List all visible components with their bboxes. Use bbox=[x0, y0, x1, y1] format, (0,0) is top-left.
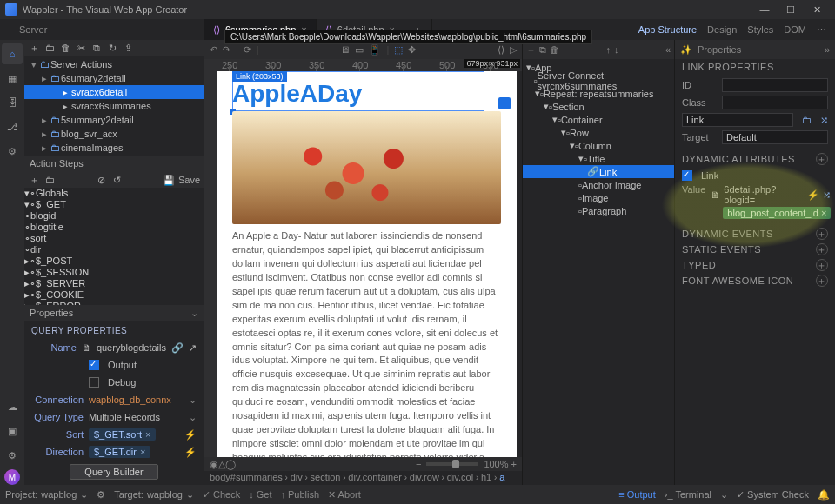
settings-icon[interactable]: ⚙ bbox=[97, 489, 105, 501]
tree-folder-root[interactable]: ▾ 🗀 Server Actions bbox=[24, 57, 204, 71]
branch-icon[interactable]: ⎇ bbox=[2, 116, 23, 137]
shuffle-icon[interactable]: ⤮ bbox=[823, 189, 831, 201]
open-icon[interactable]: ↗ bbox=[189, 342, 197, 354]
layers-icon[interactable]: ▦ bbox=[2, 68, 23, 89]
collapse-icon[interactable]: « bbox=[665, 44, 671, 55]
breadcrumb[interactable]: body#summaries › div › section › div.con… bbox=[204, 471, 522, 485]
section-typed[interactable]: TYPED＋ bbox=[675, 257, 835, 273]
bolt-icon[interactable]: ⚡ bbox=[807, 189, 819, 201]
name-value[interactable]: queryblogdetails bbox=[97, 342, 166, 353]
desktop-icon[interactable]: 🖥 bbox=[340, 44, 350, 55]
folder-icon[interactable]: 🗀 bbox=[802, 115, 812, 125]
output-checkbox[interactable] bbox=[89, 360, 99, 370]
shuffle-icon[interactable]: ⤮ bbox=[820, 115, 828, 126]
cloud-icon[interactable]: ☁ bbox=[2, 396, 23, 417]
add-icon[interactable]: ＋ bbox=[526, 43, 536, 56]
tree-item[interactable]: ▸🗀cinemaImages bbox=[24, 141, 204, 155]
copy-icon[interactable]: ⧉ bbox=[90, 43, 103, 54]
wand-icon[interactable]: ✨ bbox=[680, 44, 692, 56]
up-icon[interactable]: ↑ bbox=[605, 44, 611, 55]
delete-icon[interactable]: 🗑 bbox=[550, 44, 559, 55]
tree-item[interactable]: ▸🗀6sumary2detail bbox=[24, 71, 204, 85]
zoom-slider[interactable] bbox=[426, 462, 478, 466]
outline-item[interactable]: ▫Paragraph bbox=[523, 204, 674, 217]
terminal-button[interactable]: ›_ Terminal bbox=[665, 489, 711, 500]
settings-icon[interactable]: ⚙ bbox=[2, 445, 23, 466]
outline-item[interactable]: ▾▫Row bbox=[523, 126, 674, 139]
window-max-button[interactable]: ☐ bbox=[778, 4, 804, 16]
class-field[interactable] bbox=[722, 96, 828, 109]
chevron-down-icon[interactable]: ⌄ bbox=[189, 412, 197, 423]
view-mode-icons[interactable]: ◉△◯ bbox=[210, 459, 236, 470]
outline-item[interactable]: ▾▫Title bbox=[523, 152, 674, 165]
tree-item[interactable]: ∘blogtitle bbox=[24, 222, 204, 233]
tree-item[interactable]: ∘dir bbox=[24, 244, 204, 255]
system-check-button[interactable]: ✓ System Check bbox=[737, 489, 809, 501]
id-field[interactable] bbox=[722, 78, 828, 92]
section-link-properties[interactable]: LINK PROPERTIES bbox=[675, 59, 835, 75]
outline-item[interactable]: ▫Server Connect: svrcnx6summaries bbox=[523, 74, 674, 87]
connection-value[interactable]: wapblog_db_connx bbox=[89, 395, 171, 405]
section-static-events[interactable]: STATIC EVENTS＋ bbox=[675, 242, 835, 257]
target-picker[interactable]: Target: wapblog ⌄ bbox=[114, 489, 194, 501]
cut-icon[interactable]: ✂ bbox=[75, 43, 87, 54]
notifications-icon[interactable]: 🔔 bbox=[818, 489, 830, 501]
abort-button[interactable]: ✕ Abort bbox=[328, 489, 361, 501]
outline-item[interactable]: ▾▫Section bbox=[523, 100, 674, 113]
tablet-icon[interactable]: ▭ bbox=[355, 44, 364, 56]
collapse-icon[interactable]: » bbox=[825, 44, 830, 55]
menu-styles[interactable]: Styles bbox=[747, 24, 773, 36]
check-button[interactable]: ✓ Check bbox=[203, 489, 240, 501]
menu-dom[interactable]: DOM bbox=[784, 24, 806, 36]
tree-item[interactable]: ▾∘$_GET bbox=[24, 199, 204, 210]
chevron-down-icon[interactable]: ⌄ bbox=[189, 395, 197, 406]
add-icon[interactable]: ＋ bbox=[28, 42, 40, 55]
direction-value[interactable]: $_GET.dir× bbox=[89, 446, 150, 458]
paragraph-body[interactable]: An Apple a Day- Natur aut laboren issinc… bbox=[232, 229, 501, 457]
section-dynamic-events[interactable]: DYNAMIC EVENTS＋ bbox=[675, 226, 835, 242]
outline-item[interactable]: ▫Anchor Image bbox=[523, 178, 674, 191]
tree-item[interactable]: ▸svracx6detail bbox=[24, 85, 204, 99]
database-icon[interactable]: 🗄 bbox=[2, 92, 23, 113]
avatar[interactable]: M bbox=[4, 469, 20, 485]
value-binding-pill[interactable]: blog_post_content_id× bbox=[723, 207, 831, 219]
window-close-button[interactable]: ✕ bbox=[804, 4, 830, 16]
zoom-minus[interactable]: − bbox=[416, 459, 421, 469]
reset-icon[interactable]: ↺ bbox=[110, 175, 123, 186]
tree-item[interactable]: ∘blogid bbox=[24, 210, 204, 222]
section-dynamic-attributes[interactable]: DYNAMIC ATTRIBUTES＋ bbox=[675, 151, 835, 167]
home-icon[interactable]: ⌂ bbox=[2, 43, 23, 64]
zoom-level[interactable]: 100% + bbox=[484, 459, 517, 469]
save-button[interactable]: Save bbox=[178, 175, 200, 185]
save-icon[interactable]: 💾 bbox=[163, 175, 175, 186]
outline-item[interactable]: ▫Image bbox=[523, 191, 674, 204]
outline-item[interactable]: 🔗Link bbox=[523, 165, 674, 178]
tree-item[interactable]: ▸∘$_COOKIE bbox=[24, 289, 204, 301]
menu-app-structure[interactable]: App Structure bbox=[638, 24, 697, 36]
folder-icon[interactable]: 🗀 bbox=[43, 175, 56, 185]
tree-item[interactable]: ▸🗀blog_svr_acx bbox=[24, 127, 204, 141]
block-icon[interactable]: ⊘ bbox=[95, 175, 107, 186]
refresh-icon[interactable]: ⟳ bbox=[244, 44, 251, 56]
tree-item[interactable]: ▾∘Globals bbox=[24, 188, 204, 199]
tree-item[interactable]: ▸🗀5summary2detail bbox=[24, 113, 204, 127]
tree-item[interactable]: ∘sort bbox=[24, 233, 204, 244]
target-field[interactable]: Default bbox=[722, 130, 828, 144]
section-font-awesome-icon[interactable]: FONT AWESOME ICON＋ bbox=[675, 273, 835, 288]
tree-item[interactable]: ▸∘$_POST bbox=[24, 255, 204, 267]
link-field[interactable]: Link bbox=[682, 113, 793, 127]
tree-item[interactable]: ▸∘$_SESSION bbox=[24, 267, 204, 278]
sort-value[interactable]: $_GET.sort× bbox=[89, 428, 156, 441]
clear-icon[interactable]: × bbox=[821, 208, 826, 218]
undo-icon[interactable]: ↶ bbox=[210, 44, 217, 56]
mobile-icon[interactable]: 📱 bbox=[369, 44, 381, 56]
output-button[interactable]: ≡ Output bbox=[618, 489, 656, 500]
menu-more-icon[interactable]: ⋯ bbox=[817, 24, 826, 36]
tree-item[interactable]: ▸svracx6summaries bbox=[24, 99, 204, 113]
down-icon[interactable]: ↓ bbox=[614, 44, 619, 55]
export-icon[interactable]: ⇪ bbox=[122, 43, 134, 54]
duplicate-icon[interactable]: ⧉ bbox=[539, 44, 546, 56]
add-attr-icon[interactable]: ＋ bbox=[816, 153, 828, 165]
reload-icon[interactable]: ↻ bbox=[106, 43, 118, 54]
tree-item[interactable]: ▸∘$_SERVER bbox=[24, 278, 204, 289]
